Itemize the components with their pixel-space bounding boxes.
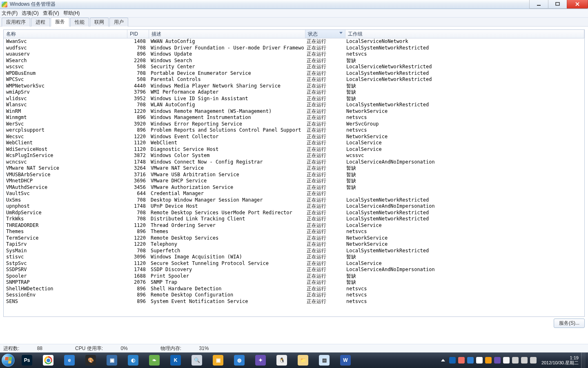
kugou-icon[interactable]: K <box>165 353 186 367</box>
ie-icon[interactable]: e <box>59 353 80 367</box>
col-group[interactable]: 工作组 <box>345 30 584 38</box>
explorer-icon[interactable]: 📁 <box>293 353 313 367</box>
table-row[interactable]: WMPNetworkSvc4440Windows Media Player Ne… <box>4 83 584 90</box>
table-row[interactable]: WebClient1120WebClient正在运行LocalService <box>4 140 584 146</box>
taskbar: Pse🎨▣◐❧K🔍▣◍✦🐧📁▤W 1:19 2012/10/30.星期二 <box>0 352 588 368</box>
tab-4[interactable]: 联网 <box>90 18 109 27</box>
table-row[interactable]: Themes896Themes正在运行netsvcs <box>4 229 584 235</box>
table-row[interactable]: VaultSvc644Credential Manager正在运行 <box>4 191 584 197</box>
tray-show-hidden-icon[interactable] <box>441 359 445 361</box>
grid-body[interactable]: WwanSvc1408WWAN AutoConfig正在运行LocalServi… <box>4 38 584 316</box>
col-desc[interactable]: 描述 <box>149 30 305 38</box>
table-row[interactable]: WdiServiceHost1120Diagnostic Service Hos… <box>4 146 584 153</box>
table-row[interactable]: Wlansvc708WLAN AutoConfig正在运行LocalSystem… <box>4 102 584 108</box>
col-name[interactable]: 名称 <box>4 30 127 38</box>
tab-3[interactable]: 性能 <box>70 18 89 27</box>
tray-5[interactable] <box>485 357 492 364</box>
table-row[interactable]: TermService1220Remote Desktop Services正在… <box>4 235 584 242</box>
table-row[interactable]: UmRdpService708Remote Desktop Services U… <box>4 210 584 216</box>
table-row[interactable]: WPCSvc508Parental Controls正在运行LocalServi… <box>4 76 584 83</box>
table-row[interactable]: SSDPSRV1748SSDP Discovery正在运行LocalServic… <box>4 267 584 273</box>
photoshop-icon[interactable]: Ps <box>17 353 37 367</box>
tray-6[interactable] <box>494 357 501 364</box>
table-row[interactable]: SstpSvc1120Secure Socket Tunneling Proto… <box>4 260 584 267</box>
menu-bar: 文件(F) 选项(O) 查看(V) 帮助(H) <box>0 9 588 18</box>
qq-icon[interactable]: 🐧 <box>272 353 292 367</box>
tray-vol[interactable] <box>530 357 537 364</box>
window-titlebar[interactable]: Windows 任务管理器 <box>0 0 588 9</box>
table-row[interactable]: ShellHWDetection896Shell Hardware Detect… <box>4 286 584 292</box>
table-row[interactable]: wcncsvc1748Windows Connect Now - Config … <box>4 159 584 166</box>
minimize-button[interactable] <box>529 0 548 9</box>
tab-5[interactable]: 用户 <box>109 18 128 27</box>
table-row[interactable]: VMware NAT Service3264VMware NAT Service… <box>4 165 584 172</box>
table-row[interactable]: wercplsupport896Problem Reports and Solu… <box>4 127 584 134</box>
menu-view[interactable]: 查看(V) <box>43 10 59 17</box>
table-row[interactable]: wscsvc508Security Center正在运行LocalService… <box>4 64 584 70</box>
table-row[interactable]: WPDBusEnum708Portable Device Enumerator … <box>4 70 584 77</box>
table-row[interactable]: SessionEnv896Remote Desktop Configuratio… <box>4 292 584 298</box>
window-title: Windows 任务管理器 <box>10 1 56 8</box>
magnifier-icon[interactable]: 🔍 <box>187 353 207 367</box>
table-row[interactable]: SysMain708Superfetch正在运行LocalSystemNetwo… <box>4 248 584 254</box>
tab-1[interactable]: 进程 <box>31 18 50 27</box>
show-desktop-button[interactable] <box>581 352 586 368</box>
table-row[interactable]: upnphost1748UPnP Device Host正在运行LocalSer… <box>4 203 584 210</box>
table-row[interactable]: WSearch2208Windows Search正在运行暂缺 <box>4 58 584 64</box>
col-pid[interactable]: PID <box>127 30 149 38</box>
table-row[interactable]: wudfsvc708Windows Driver Foundation - Us… <box>4 45 584 52</box>
services-button[interactable]: 服务(S)... <box>554 319 585 328</box>
tray-1[interactable] <box>449 357 456 364</box>
table-row[interactable]: TapiSrv1220Telephony正在运行NetworkService <box>4 241 584 248</box>
status-cpu: CPU 使用率: 0% <box>75 345 144 352</box>
tray-3[interactable] <box>467 357 474 364</box>
table-row[interactable]: VMnetDHCP3696VMware DHCP Service正在运行暂缺 <box>4 178 584 184</box>
table-row[interactable]: WwanSvc1408WWAN AutoConfig正在运行LocalServi… <box>4 38 584 45</box>
leaf-icon[interactable]: ❧ <box>144 353 165 367</box>
table-row[interactable]: WinRM1220Windows Remote Management (WS-M… <box>4 108 584 115</box>
menu-options[interactable]: 选项(O) <box>22 10 38 17</box>
bird-icon[interactable]: ✦ <box>250 353 271 367</box>
start-button[interactable] <box>0 352 16 368</box>
services-grid: 名称 PID 描述 状态 工作组 WwanSvc1408WWAN AutoCon… <box>3 29 585 317</box>
palette-icon[interactable]: 🎨 <box>80 353 101 367</box>
sort-desc-icon <box>339 32 343 34</box>
table-row[interactable]: Winmgmt896Windows Management Instrumenta… <box>4 114 584 121</box>
table-row[interactable]: THREADORDER1120Thread Ordering Server正在运… <box>4 222 584 229</box>
circle-icon[interactable]: ◐ <box>123 353 143 367</box>
taskmgr-icon[interactable]: ▤ <box>314 353 334 367</box>
table-row[interactable]: Spooler1688Print Spooler正在运行暂缺 <box>4 273 584 280</box>
word-icon[interactable]: W <box>335 353 356 367</box>
table-row[interactable]: VMAuthdService3456VMware Authorization S… <box>4 184 584 191</box>
chrome-icon[interactable] <box>38 353 58 367</box>
table-row[interactable]: Wecsvc1220Windows Event Collector正在运行Net… <box>4 134 584 140</box>
globe-icon[interactable]: ◍ <box>229 353 249 367</box>
vm-icon[interactable]: ▣ <box>102 353 122 367</box>
status-bar: 进程数: 88 CPU 使用率: 0% 物理内存: 31% <box>0 344 588 352</box>
menu-help[interactable]: 帮助(H) <box>63 10 80 17</box>
menu-file[interactable]: 文件(F) <box>2 10 18 17</box>
table-row[interactable]: wmiApSrv3796WMI Performance Adapter正在运行暂… <box>4 89 584 96</box>
tray-4[interactable] <box>476 357 483 364</box>
table-row[interactable]: SNMPTRAP2076SNMP Trap正在运行暂缺 <box>4 279 584 286</box>
tray-input[interactable] <box>503 357 510 364</box>
tray-2[interactable] <box>458 357 465 364</box>
tab-2[interactable]: 服务 <box>51 17 69 27</box>
table-row[interactable]: TrkWks708Distributed Link Tracking Clien… <box>4 216 584 222</box>
tray-net[interactable] <box>521 357 528 364</box>
table-row[interactable]: WcsPlugInService3872Windows Color System… <box>4 153 584 159</box>
table-row[interactable]: WerSvc3920Windows Error Reporting Servic… <box>4 121 584 128</box>
tray-flag[interactable] <box>512 357 519 364</box>
table-row[interactable]: SENS896System Event Notification Service… <box>4 298 584 305</box>
taskbar-clock[interactable]: 1:19 2012/10/30.星期二 <box>539 355 581 365</box>
tab-0[interactable]: 应用程序 <box>2 18 30 27</box>
table-row[interactable]: stisvc3096Windows Image Acquisition (WIA… <box>4 254 584 260</box>
col-status[interactable]: 状态 <box>305 30 345 38</box>
table-row[interactable]: wlidsvc3952Windows Live ID Sign-in Assis… <box>4 96 584 102</box>
close-button[interactable] <box>567 0 588 9</box>
table-row[interactable]: UxSms708Desktop Window Manager Session M… <box>4 197 584 204</box>
table-row[interactable]: VMUSBArbService3716VMware USB Arbitratio… <box>4 172 584 178</box>
shield-icon[interactable]: ▣ <box>208 353 228 367</box>
maximize-button[interactable] <box>548 0 567 9</box>
table-row[interactable]: wuauserv896Windows Update正在运行netsvcs <box>4 51 584 58</box>
